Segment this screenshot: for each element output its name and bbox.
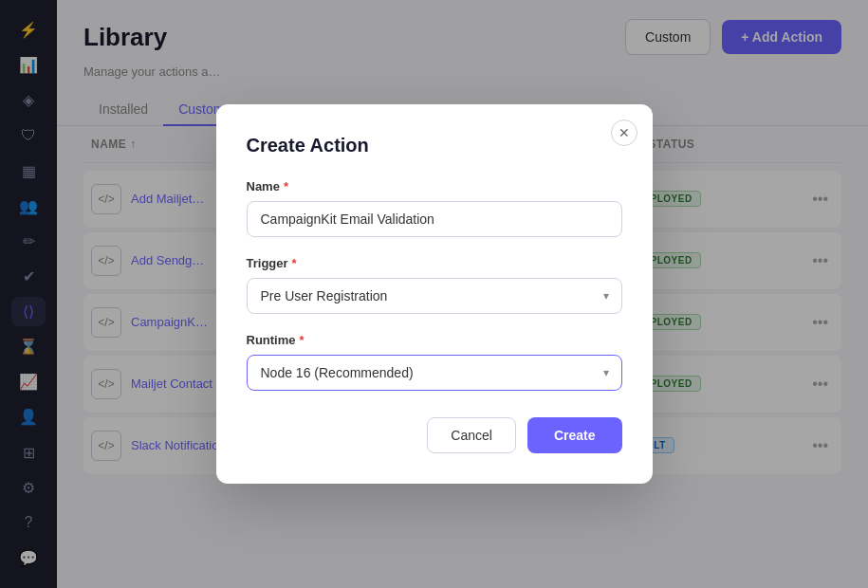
trigger-form-group: Trigger * Pre User Registration Post Use… bbox=[247, 256, 622, 314]
runtime-select-wrapper: Node 16 (Recommended) Node 12 Node 18 ▾ bbox=[247, 355, 622, 391]
name-label: Name * bbox=[247, 179, 622, 193]
name-input[interactable] bbox=[247, 201, 622, 237]
modal-close-button[interactable]: ✕ bbox=[611, 119, 637, 146]
runtime-label: Runtime * bbox=[247, 333, 622, 347]
required-indicator: * bbox=[292, 256, 297, 270]
name-form-group: Name * bbox=[247, 179, 622, 237]
trigger-select[interactable]: Pre User Registration Post User Registra… bbox=[247, 278, 622, 314]
create-button[interactable]: Create bbox=[527, 417, 622, 453]
modal-overlay: Create Action ✕ Name * Trigger * Pre Use… bbox=[0, 0, 868, 588]
runtime-form-group: Runtime * Node 16 (Recommended) Node 12 … bbox=[247, 333, 622, 391]
trigger-select-wrapper: Pre User Registration Post User Registra… bbox=[247, 278, 622, 314]
cancel-button[interactable]: Cancel bbox=[427, 417, 516, 453]
create-action-modal: Create Action ✕ Name * Trigger * Pre Use… bbox=[216, 104, 653, 484]
modal-title: Create Action bbox=[247, 135, 622, 156]
trigger-label: Trigger * bbox=[247, 256, 622, 270]
required-indicator: * bbox=[284, 179, 288, 193]
modal-actions: Cancel Create bbox=[247, 417, 622, 453]
required-indicator: * bbox=[300, 333, 305, 347]
runtime-select[interactable]: Node 16 (Recommended) Node 12 Node 18 bbox=[247, 355, 622, 391]
